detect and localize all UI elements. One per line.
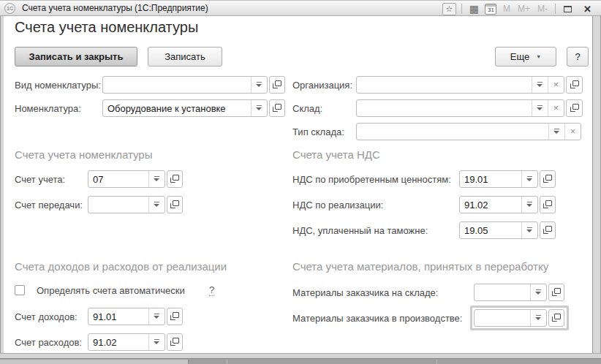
income-account-field[interactable]: 91.01 [88, 308, 165, 325]
chevron-down-icon [526, 202, 533, 208]
vat-purchased-label: НДС по приобретенным ценностям: [292, 170, 451, 188]
item-kind-value[interactable] [103, 77, 251, 93]
vat-sales-label: НДС по реализации: [292, 196, 383, 213]
item-value[interactable]: Оборудование к установке [103, 100, 251, 116]
favorites-icon[interactable]: ☆ [442, 3, 456, 15]
account-label: Счет учета: [15, 170, 65, 188]
memory-m-plus-button[interactable]: M+ [518, 4, 530, 14]
auto-accounts-checkbox[interactable] [15, 285, 25, 295]
background-window-sliver-segment [0, 360, 189, 364]
titlebar-separator [555, 4, 556, 14]
account-dropdown-button[interactable] [148, 171, 165, 187]
transfer-account-dropdown-button[interactable] [148, 197, 165, 213]
chevron-down-icon [535, 289, 542, 295]
transfer-account-value[interactable] [88, 197, 148, 213]
warehouse-type-field[interactable]: × [356, 123, 581, 140]
vat-customs-label: НДС, уплаченный на таможне: [292, 221, 428, 239]
window-frame-right [592, 16, 601, 353]
item-kind-field[interactable] [102, 76, 268, 94]
vat-purchased-field[interactable]: 19.01 [459, 170, 538, 188]
vat-purchased-value[interactable]: 19.01 [460, 171, 521, 187]
warehouse-type-value[interactable] [357, 124, 548, 140]
open-icon [170, 312, 179, 321]
warehouse-type-label: Тип склада: [292, 123, 344, 140]
calculator-icon[interactable]: ▦ [467, 3, 481, 15]
help-button[interactable]: ? [567, 47, 589, 67]
customer-materials-production-value[interactable] [475, 310, 530, 326]
expense-account-label: Счет расходов: [15, 333, 82, 351]
open-icon [273, 104, 281, 113]
account-open-button[interactable] [167, 170, 183, 188]
income-account-value[interactable]: 91.01 [88, 308, 148, 325]
income-account-open-button[interactable] [167, 308, 183, 325]
section-item-accounts-title: Счета учета номенклатуры [15, 148, 152, 161]
vat-sales-value[interactable]: 91.02 [460, 197, 521, 213]
vat-purchased-open-button[interactable] [540, 170, 556, 188]
item-open-button[interactable] [269, 99, 285, 117]
customer-materials-production-field[interactable] [474, 309, 547, 327]
vat-customs-field[interactable]: 19.05 [459, 221, 538, 239]
warehouse-value[interactable] [357, 100, 532, 116]
customer-materials-warehouse-dropdown-button[interactable] [530, 284, 546, 300]
item-kind-dropdown-button[interactable] [251, 77, 267, 93]
app-window: 1С Счета учета номенклатуры (1С:Предприя… [0, 0, 601, 364]
section-vat-accounts-title: Счета учета НДС [292, 148, 380, 161]
account-value[interactable]: 07 [88, 171, 148, 187]
memory-m-minus-button[interactable]: M- [537, 4, 548, 14]
window-title: Счета учета номенклатуры (1С:Предприятие… [22, 3, 208, 13]
item-dropdown-button[interactable] [251, 100, 267, 116]
organization-dropdown-button[interactable] [532, 77, 548, 93]
warehouse-field[interactable]: × [356, 99, 564, 117]
maximize-icon [564, 6, 572, 12]
transfer-account-open-button[interactable] [167, 196, 183, 213]
chevron-down-icon [526, 227, 533, 233]
maximize-button[interactable] [561, 3, 575, 15]
item-field[interactable]: Оборудование к установке [102, 99, 268, 117]
customer-materials-warehouse-value[interactable] [475, 284, 530, 300]
more-button[interactable]: Еще ▼ [495, 47, 556, 67]
vat-customs-dropdown-button[interactable] [521, 222, 537, 238]
calendar-icon[interactable]: 31 [484, 3, 498, 15]
close-button[interactable]: ✕ [581, 3, 594, 15]
expense-account-field[interactable]: 91.02 [88, 333, 165, 351]
memory-m-button[interactable]: M [503, 4, 510, 14]
transfer-account-field[interactable] [88, 196, 165, 213]
organization-label: Организация: [292, 76, 352, 94]
warehouse-type-clear-button[interactable]: × [564, 124, 581, 140]
vat-sales-dropdown-button[interactable] [521, 197, 537, 213]
customer-materials-warehouse-open-button[interactable] [548, 284, 564, 301]
1c-app-icon: 1С [4, 3, 15, 14]
save-button[interactable]: Записать [148, 47, 222, 67]
warehouse-dropdown-button[interactable] [532, 100, 548, 116]
item-kind-open-button[interactable] [269, 76, 285, 94]
vat-customs-open-button[interactable] [540, 221, 556, 239]
titlebar: 1С Счета учета номенклатуры (1С:Предприя… [0, 0, 601, 16]
warehouse-type-dropdown-button[interactable] [548, 124, 564, 140]
organization-clear-button[interactable]: × [548, 77, 564, 93]
auto-accounts-help-link[interactable]: ? [209, 284, 214, 296]
customer-materials-production-open-button[interactable] [548, 309, 564, 327]
save-and-close-button[interactable]: Записать и закрыть [15, 47, 137, 67]
chevron-down-icon [537, 105, 543, 111]
customer-materials-warehouse-field[interactable] [474, 284, 547, 301]
section-materials-title: Счета учета материалов, принятых в перер… [292, 260, 548, 273]
organization-value[interactable] [357, 77, 532, 93]
vat-sales-open-button[interactable] [540, 196, 556, 213]
expense-account-dropdown-button[interactable] [148, 334, 165, 350]
organization-open-button[interactable] [566, 76, 583, 94]
warehouse-open-button[interactable] [566, 99, 583, 117]
vat-customs-value[interactable]: 19.05 [460, 222, 521, 238]
income-account-dropdown-button[interactable] [148, 308, 165, 325]
expense-account-value[interactable]: 91.02 [88, 334, 148, 350]
chevron-down-icon [256, 82, 262, 88]
customer-materials-production-dropdown-button[interactable] [530, 310, 546, 326]
background-window-gridline [227, 360, 227, 364]
organization-field[interactable]: × [356, 76, 564, 94]
expense-account-open-button[interactable] [167, 333, 183, 351]
chevron-down-icon [154, 339, 160, 345]
warehouse-clear-button[interactable]: × [548, 100, 564, 116]
open-icon [543, 200, 552, 209]
vat-sales-field[interactable]: 91.02 [459, 196, 538, 213]
vat-purchased-dropdown-button[interactable] [521, 171, 537, 187]
account-field[interactable]: 07 [88, 170, 165, 188]
